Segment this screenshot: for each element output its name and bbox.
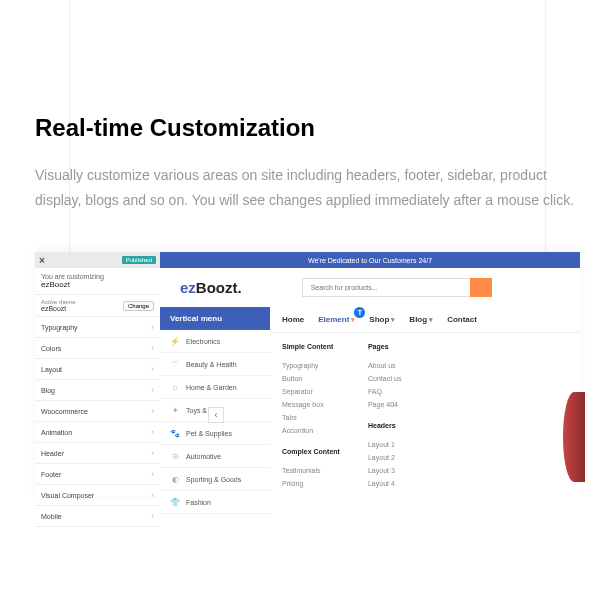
brand-prefix: ez: [180, 279, 196, 296]
change-theme-button[interactable]: Change: [123, 301, 154, 311]
vertical-menu-item[interactable]: ⚡Electronics: [160, 330, 270, 353]
panel-item[interactable]: Layout›: [35, 359, 160, 380]
panel-item[interactable]: Typography›: [35, 317, 160, 338]
customizer-screenshot: × Published You are customizing ezBoozt …: [35, 252, 580, 496]
section-description: Visually customize various areas on site…: [35, 163, 580, 213]
chevron-right-icon: ›: [151, 448, 154, 458]
vertical-menu-item[interactable]: ♡Beauty & Health: [160, 353, 270, 376]
vertical-menu-header[interactable]: Vertical menu: [160, 307, 270, 330]
collapse-button[interactable]: ‹: [208, 407, 224, 423]
chevron-right-icon: ›: [151, 490, 154, 500]
panel-item[interactable]: Visual Composer›: [35, 485, 160, 506]
dd-title-pages: Pages: [368, 343, 401, 350]
vertical-menu-item[interactable]: ⊙Automotive: [160, 445, 270, 468]
customizing-info: You are customizing ezBoozt: [35, 268, 160, 294]
dd-title-complex: Complex Content: [282, 448, 340, 455]
category-icon: ♡: [170, 359, 180, 369]
search-wrap: [302, 278, 492, 297]
search-button[interactable]: [470, 278, 492, 297]
search-input[interactable]: [302, 278, 470, 297]
product-preview-edge: [563, 392, 585, 482]
dropdown-item[interactable]: Accordion: [282, 424, 340, 437]
dropdown-col-simple: Simple Content TypographyButtonSeparator…: [282, 343, 340, 493]
chevron-down-icon: ▾: [429, 316, 433, 323]
preview-area: ‹ We're Dedicated to Our Customers 24/7 …: [160, 252, 580, 496]
close-icon[interactable]: ×: [39, 255, 45, 266]
category-icon: ⊙: [170, 451, 180, 461]
dropdown-item[interactable]: Pricing: [282, 477, 340, 490]
customizer-sidebar: × Published You are customizing ezBoozt …: [35, 252, 160, 496]
dropdown-item[interactable]: FAQ: [368, 385, 401, 398]
site-name: ezBoozt: [41, 280, 154, 289]
dropdown-item[interactable]: Layout 2: [368, 451, 401, 464]
panel-item[interactable]: Woocommerce›: [35, 401, 160, 422]
panel-item[interactable]: Header›: [35, 443, 160, 464]
customizer-header: × Published: [35, 252, 160, 268]
chevron-right-icon: ›: [151, 385, 154, 395]
panel-item[interactable]: Animation›: [35, 422, 160, 443]
brand-suffix: Boozt: [196, 279, 238, 296]
panel-item[interactable]: Mobile›: [35, 506, 160, 527]
nav-blog[interactable]: Blog▾: [409, 315, 433, 324]
dd-title-simple: Simple Content: [282, 343, 340, 350]
dropdown-item[interactable]: Button: [282, 372, 340, 385]
dropdown-item[interactable]: Tabs: [282, 411, 340, 424]
announcement-bar: We're Dedicated to Our Customers 24/7: [160, 252, 580, 268]
nav-element[interactable]: Element▾ T: [318, 315, 355, 324]
category-icon: 👕: [170, 497, 180, 507]
panel-item[interactable]: Footer›: [35, 464, 160, 485]
dropdown-item[interactable]: Testimonials: [282, 464, 340, 477]
dropdown-item[interactable]: Message box: [282, 398, 340, 411]
chevron-down-icon: ▾: [391, 316, 395, 323]
vertical-menu-item[interactable]: ◐Sporting & Goods: [160, 468, 270, 491]
panel-item[interactable]: Colors›: [35, 338, 160, 359]
vertical-menu-item[interactable]: 🐾Pet & Supplies: [160, 422, 270, 445]
brand-row: ezBoozt.: [160, 268, 580, 307]
dropdown-col-pages: Pages About usContact usFAQPage 404 Head…: [368, 343, 401, 493]
dropdown-item[interactable]: Layout 3: [368, 464, 401, 477]
nav-shop[interactable]: Shop▾: [369, 315, 395, 324]
nav-contact[interactable]: Contact: [447, 315, 477, 324]
vertical-menu-item[interactable]: 👕Fashion: [160, 491, 270, 514]
category-icon: ⌂: [170, 382, 180, 392]
chevron-right-icon: ›: [151, 322, 154, 332]
panel-item[interactable]: Blog›: [35, 380, 160, 401]
category-icon: 🐾: [170, 428, 180, 438]
chevron-right-icon: ›: [151, 511, 154, 521]
dropdown-item[interactable]: Layout 1: [368, 438, 401, 451]
chevron-down-icon: ▾: [351, 316, 355, 323]
category-icon: ✦: [170, 405, 180, 415]
vertical-menu-item[interactable]: ⌂Home & Garden: [160, 376, 270, 399]
dropdown-item[interactable]: Layout 4: [368, 477, 401, 490]
category-icon: ⚡: [170, 336, 180, 346]
theme-name: ezBoozt: [41, 305, 76, 312]
chevron-right-icon: ›: [151, 364, 154, 374]
chevron-right-icon: ›: [151, 343, 154, 353]
cursor-indicator-icon: T: [354, 307, 365, 318]
category-icon: ◐: [170, 474, 180, 484]
chevron-right-icon: ›: [151, 427, 154, 437]
dd-title-headers: Headers: [368, 422, 401, 429]
chevron-right-icon: ›: [151, 469, 154, 479]
publish-badge[interactable]: Published: [122, 256, 156, 264]
chevron-right-icon: ›: [151, 406, 154, 416]
dropdown-item[interactable]: Page 404: [368, 398, 401, 411]
dropdown-item[interactable]: Contact us: [368, 372, 401, 385]
nav-links: Home Element▾ T Shop▾ Blog▾ Contact: [270, 307, 580, 333]
main-nav: Home Element▾ T Shop▾ Blog▾ Contact Simp…: [270, 307, 580, 514]
dropdown-item[interactable]: Separator: [282, 385, 340, 398]
dropdown-item[interactable]: Typography: [282, 359, 340, 372]
active-theme-row: Active theme ezBoozt Change: [35, 294, 160, 317]
dropdown-item[interactable]: About us: [368, 359, 401, 372]
brand-logo[interactable]: ezBoozt.: [180, 279, 242, 296]
customizing-label: You are customizing: [41, 273, 154, 280]
section-heading: Real-time Customization: [35, 114, 315, 142]
mega-dropdown: Simple Content TypographyButtonSeparator…: [270, 333, 580, 503]
nav-home[interactable]: Home: [282, 315, 304, 324]
